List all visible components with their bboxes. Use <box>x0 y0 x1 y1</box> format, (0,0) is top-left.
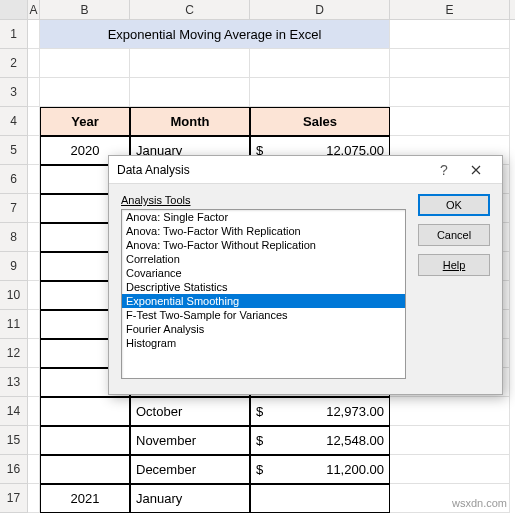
row-header-15[interactable]: 15 <box>0 426 27 455</box>
list-item[interactable]: Descriptive Statistics <box>122 280 405 294</box>
cell-A5[interactable] <box>28 136 40 165</box>
list-item[interactable]: Exponential Smoothing <box>122 294 405 308</box>
sales-value: 12,548.00 <box>326 433 384 448</box>
cell-sales[interactable] <box>250 484 390 513</box>
col-header-E[interactable]: E <box>390 0 510 19</box>
list-item[interactable]: Histogram <box>122 336 405 350</box>
sales-value: 11,200.00 <box>326 462 384 477</box>
cell-A13[interactable] <box>28 368 40 397</box>
cell-E1[interactable] <box>390 20 510 49</box>
cell-month[interactable]: January <box>130 484 250 513</box>
cell-A12[interactable] <box>28 339 40 368</box>
cell-A11[interactable] <box>28 310 40 339</box>
cancel-button[interactable]: Cancel <box>418 224 490 246</box>
table-row: 2021January <box>28 484 515 513</box>
cell-A16[interactable] <box>28 455 40 484</box>
list-item[interactable]: F-Test Two-Sample for Variances <box>122 308 405 322</box>
header-sales[interactable]: Sales <box>250 107 390 136</box>
list-item[interactable]: Fourier Analysis <box>122 322 405 336</box>
cell-A17[interactable] <box>28 484 40 513</box>
dialog-help-icon[interactable]: ? <box>430 162 458 178</box>
table-row: December$11,200.00 <box>28 455 515 484</box>
cell-year[interactable] <box>40 426 130 455</box>
cell-E15[interactable] <box>390 426 510 455</box>
col-header-B[interactable]: B <box>40 0 130 19</box>
cell-month[interactable]: November <box>130 426 250 455</box>
dialog-title: Data Analysis <box>117 163 430 177</box>
cell-C3[interactable] <box>130 78 250 107</box>
row-header-3[interactable]: 3 <box>0 78 27 107</box>
row-header-13[interactable]: 13 <box>0 368 27 397</box>
cell-D3[interactable] <box>250 78 390 107</box>
cell-year[interactable]: 2021 <box>40 484 130 513</box>
cell-A15[interactable] <box>28 426 40 455</box>
list-item[interactable]: Anova: Two-Factor Without Replication <box>122 238 405 252</box>
cell-E2[interactable] <box>390 49 510 78</box>
row-header-4[interactable]: 4 <box>0 107 27 136</box>
cell-A9[interactable] <box>28 252 40 281</box>
dialog-titlebar[interactable]: Data Analysis ? <box>109 156 502 184</box>
col-header-D[interactable]: D <box>250 0 390 19</box>
cell-A7[interactable] <box>28 194 40 223</box>
ok-button[interactable]: OK <box>418 194 490 216</box>
row-header-7[interactable]: 7 <box>0 194 27 223</box>
cell-A10[interactable] <box>28 281 40 310</box>
close-icon[interactable] <box>458 162 494 178</box>
cell-E3[interactable] <box>390 78 510 107</box>
analysis-tools-list[interactable]: Anova: Single FactorAnova: Two-Factor Wi… <box>121 209 406 379</box>
row-header-10[interactable]: 10 <box>0 281 27 310</box>
cell-E16[interactable] <box>390 455 510 484</box>
col-header-A[interactable]: A <box>28 0 40 19</box>
cell-year[interactable] <box>40 397 130 426</box>
cell-A4[interactable] <box>28 107 40 136</box>
cell-month[interactable]: October <box>130 397 250 426</box>
help-button[interactable]: Help <box>418 254 490 276</box>
cell-A8[interactable] <box>28 223 40 252</box>
list-item[interactable]: Covariance <box>122 266 405 280</box>
list-item[interactable]: Anova: Single Factor <box>122 210 405 224</box>
row-header-5[interactable]: 5 <box>0 136 27 165</box>
cell-A1[interactable] <box>28 20 40 49</box>
cell-A6[interactable] <box>28 165 40 194</box>
cell-sales[interactable]: $12,973.00 <box>250 397 390 426</box>
header-month[interactable]: Month <box>130 107 250 136</box>
currency-symbol: $ <box>256 433 263 448</box>
cell-B3[interactable] <box>40 78 130 107</box>
row-header-14[interactable]: 14 <box>0 397 27 426</box>
cell-E14[interactable] <box>390 397 510 426</box>
watermark: wsxdn.com <box>452 497 507 509</box>
row-header-11[interactable]: 11 <box>0 310 27 339</box>
cell-E4[interactable] <box>390 107 510 136</box>
row-header-12[interactable]: 12 <box>0 339 27 368</box>
table-row: November$12,548.00 <box>28 426 515 455</box>
header-year[interactable]: Year <box>40 107 130 136</box>
cell-C2[interactable] <box>130 49 250 78</box>
column-headers: A B C D E <box>0 0 515 20</box>
data-analysis-dialog: Data Analysis ? Analysis Tools Anova: Si… <box>108 155 503 395</box>
row-header-1[interactable]: 1 <box>0 20 27 49</box>
cell-month[interactable]: December <box>130 455 250 484</box>
table-row: October$12,973.00 <box>28 397 515 426</box>
cell-sales[interactable]: $11,200.00 <box>250 455 390 484</box>
list-item[interactable]: Correlation <box>122 252 405 266</box>
cell-year[interactable] <box>40 455 130 484</box>
row-header-6[interactable]: 6 <box>0 165 27 194</box>
row-header-8[interactable]: 8 <box>0 223 27 252</box>
currency-symbol: $ <box>256 404 263 419</box>
row-header-17[interactable]: 17 <box>0 484 27 513</box>
list-item[interactable]: Anova: Two-Factor With Replication <box>122 224 405 238</box>
cell-A3[interactable] <box>28 78 40 107</box>
row-header-16[interactable]: 16 <box>0 455 27 484</box>
cell-B2[interactable] <box>40 49 130 78</box>
cell-sales[interactable]: $12,548.00 <box>250 426 390 455</box>
row-headers: 1 2 3 4 5 6 7 8 9 10 11 12 13 14 15 16 1… <box>0 20 28 513</box>
select-all-corner[interactable] <box>0 0 28 19</box>
col-header-C[interactable]: C <box>130 0 250 19</box>
page-title[interactable]: Exponential Moving Average in Excel <box>40 20 390 49</box>
cell-A14[interactable] <box>28 397 40 426</box>
currency-symbol: $ <box>256 462 263 477</box>
row-header-2[interactable]: 2 <box>0 49 27 78</box>
cell-A2[interactable] <box>28 49 40 78</box>
row-header-9[interactable]: 9 <box>0 252 27 281</box>
cell-D2[interactable] <box>250 49 390 78</box>
